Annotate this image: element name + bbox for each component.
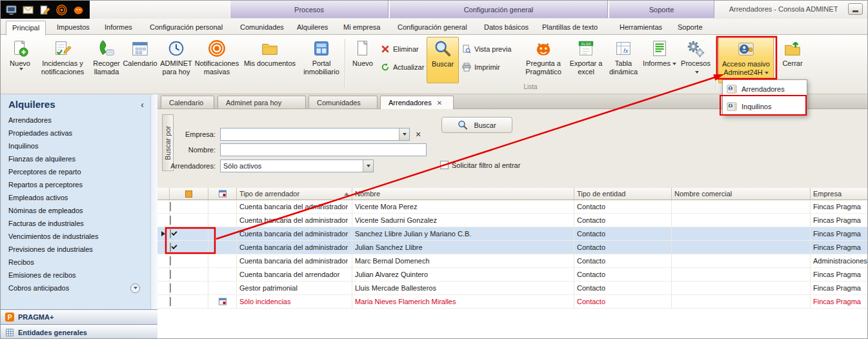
cell-empresa[interactable]: Fincas Pragma [811, 268, 868, 282]
cell-empresa[interactable]: Fincas Pragma [811, 282, 868, 295]
sidebar-scrollbar[interactable] [150, 94, 157, 309]
edit-icon[interactable] [39, 5, 50, 15]
broadcast-icon[interactable] [56, 5, 67, 15]
buscar-filter-button[interactable]: Buscar [441, 117, 512, 133]
sidebar-group-pragma[interactable]: P PRAGMA+ [1, 309, 157, 324]
empresa-combo[interactable] [220, 128, 410, 141]
checkbox[interactable] [170, 283, 171, 293]
doc-tab-arrendadores[interactable]: Arrendadores✕ [380, 96, 454, 109]
sidebar-item-repartos-a-perceptores[interactable]: Repartos a perceptores [1, 178, 150, 191]
cell-nombre[interactable]: Vicente Mora Perez [352, 200, 574, 214]
cell-tipo[interactable]: Cuenta bancaria del administrador [237, 254, 352, 268]
checkbox[interactable] [170, 216, 171, 225]
table-row[interactable]: Gestor patrimonial Lluis Mercade Ballest… [157, 282, 868, 295]
mail-icon[interactable] [23, 5, 34, 15]
table-row[interactable]: Cuenta bancaria del administrador Vicent… [157, 214, 868, 227]
header-tipo-de-arrendador[interactable]: Tipo de arrendador [237, 188, 352, 200]
checkbox[interactable] [170, 243, 171, 252]
clear-empresa-button[interactable]: ✕ [413, 129, 423, 139]
cell-entidad[interactable]: Contacto [574, 227, 672, 241]
menu-item-arrendadores[interactable]: Arrendadores [723, 80, 807, 98]
cell-comercial[interactable] [672, 227, 811, 241]
row-checkbox-cell[interactable] [170, 200, 208, 214]
table-row[interactable]: Sólo incidencias Maria Nieves Flamerich … [157, 295, 868, 309]
row-checkbox-cell[interactable] [170, 254, 208, 268]
solicitar-filtro-checkbox[interactable]: Solicitar filtro al entrar [440, 161, 520, 169]
cell-tipo[interactable]: Sólo incidencias [237, 295, 352, 309]
checkbox[interactable] [170, 229, 171, 238]
ribbon-tab-plantillas-de-texto[interactable]: Plantillas de texto [536, 21, 603, 34]
nombre-input[interactable] [220, 143, 427, 156]
sidebar-item-empleados-activos[interactable]: Empleados activos [1, 191, 150, 204]
cell-nombre[interactable]: Sanchez Llibre Julian y Mariano C.B. [352, 227, 574, 241]
row-checkbox-cell[interactable] [170, 241, 208, 254]
ribbon-tab-impuestos[interactable]: Impuestos [51, 21, 96, 34]
cell-nombre[interactable]: Lluis Mercade Ballesteros [352, 282, 574, 295]
close-tab-icon[interactable]: ✕ [437, 99, 442, 107]
sidebar-item-cobros-anticipados[interactable]: Cobros anticipados [1, 282, 150, 294]
sidebar-item-perceptores-de-reparto[interactable]: Perceptores de reparto [1, 165, 150, 178]
sidebar-item-propiedades-activas[interactable]: Propiedades activas [1, 127, 150, 139]
recoger-llamada-button[interactable]: Recoger llamada [90, 37, 123, 83]
imprimir-button[interactable]: Imprimir [460, 61, 502, 74]
arrendadores-combo[interactable]: Sólo activos [220, 159, 374, 172]
cell-entidad[interactable]: Contacto [574, 282, 672, 295]
incidencias-notificaciones-button[interactable]: Incidencias y notificaciones [37, 37, 88, 83]
cell-comercial[interactable] [672, 268, 811, 282]
cell-tipo[interactable]: Cuenta bancaria del administrador [237, 241, 352, 254]
cell-comercial[interactable] [672, 295, 811, 309]
cell-comercial[interactable] [672, 200, 811, 214]
cell-tipo[interactable]: Cuenta bancaria del administrador [237, 200, 352, 214]
sidebar-item-vencimientos-de-industriales[interactable]: Vencimientos de industriales [1, 230, 150, 243]
cell-empresa[interactable]: Administraciones [811, 254, 868, 268]
cell-tipo[interactable]: Cuenta bancaria del administrador [237, 227, 352, 241]
doc-tab-calendario[interactable]: Calendario [161, 96, 214, 108]
ribbon-tab-datos-basicos[interactable]: Datos básicos [478, 21, 534, 34]
table-row[interactable]: Cuenta bancaria del administrador Marc B… [157, 254, 868, 268]
cell-empresa[interactable]: Fincas Pragma [811, 241, 868, 254]
cell-nombre[interactable]: Maria Nieves Flamerich Miralles [352, 295, 574, 309]
sidebar-item-recibos[interactable]: Recibos [1, 256, 150, 269]
sidebar-group-entidades-generales[interactable]: Entidades generales [1, 324, 157, 339]
ribbon-tab-informes[interactable]: Informes [99, 21, 138, 34]
ribbon-tab-mi-empresa[interactable]: Mi empresa [338, 21, 386, 34]
mis-documentos-button[interactable]: Mis documentos [239, 37, 300, 83]
sidebar-item-arrendadores[interactable]: Arrendadores [1, 114, 150, 127]
header-tipo-de-entidad[interactable]: Tipo de entidad [574, 188, 672, 200]
actualizar-button[interactable]: Actualizar [379, 61, 426, 74]
cell-empresa[interactable]: Fincas Pragma [811, 214, 868, 227]
pragma-icon[interactable] [73, 5, 84, 15]
cell-tipo[interactable]: Cuenta bancaria del administrador [237, 214, 352, 227]
nuevo-button[interactable]: Nuevo [5, 37, 35, 83]
sidebar-item-facturas-de-industriales[interactable]: Facturas de industriales [1, 217, 150, 230]
cell-tipo[interactable]: Gestor patrimonial [237, 282, 352, 295]
sidebar-item-previsiones-de-industriales[interactable]: Previsiones de industriales [1, 243, 150, 256]
header-select-all[interactable] [170, 188, 208, 200]
ribbon-tab-configuracion-personal[interactable]: Configuración personal [144, 21, 228, 34]
ribbon-tab-soporte[interactable]: Soporte [672, 21, 709, 34]
table-row[interactable]: Cuenta bancaria del administrador Julian… [157, 241, 868, 254]
cell-entidad[interactable]: Contacto [574, 268, 672, 282]
doc-tab-adminet-para-hoy[interactable]: Adminet para hoy [217, 96, 306, 108]
cell-entidad[interactable]: Contacto [574, 295, 672, 309]
cell-entidad[interactable]: Contacto [574, 200, 672, 214]
informes-button[interactable]: Informes [642, 37, 677, 83]
doc-tab-comunidades[interactable]: Comunidades [308, 96, 378, 108]
sidebar-item-emisiones-de-recibos[interactable]: Emisiones de recibos [1, 269, 150, 282]
nuevo-lista-button[interactable]: Nuevo [348, 37, 378, 83]
sidebar-item-fianzas-de-alquileres[interactable]: Fianzas de alquileres [1, 152, 150, 165]
header-nombre[interactable]: Nombre [352, 188, 574, 200]
calendario-button[interactable]: Calendario [124, 37, 156, 83]
row-checkbox-cell[interactable] [170, 268, 208, 282]
ribbon-tab-configuracion-general[interactable]: Configuración general [392, 21, 473, 34]
tabla-dinamica-button[interactable]: fx Tabla dinámica [606, 37, 641, 83]
cell-empresa[interactable]: Fincas Pragma [811, 227, 868, 241]
app-icon[interactable] [6, 5, 17, 15]
ribbon-tab-alquileres[interactable]: Alquileres [291, 21, 334, 34]
dropdown-button[interactable] [399, 128, 409, 140]
cell-empresa[interactable]: Fincas Pragma [811, 200, 868, 214]
row-checkbox-cell[interactable] [170, 227, 208, 241]
procesos-button[interactable]: Procesos [678, 37, 713, 83]
checkbox[interactable] [170, 202, 171, 211]
cell-entidad[interactable]: Contacto [574, 241, 672, 254]
